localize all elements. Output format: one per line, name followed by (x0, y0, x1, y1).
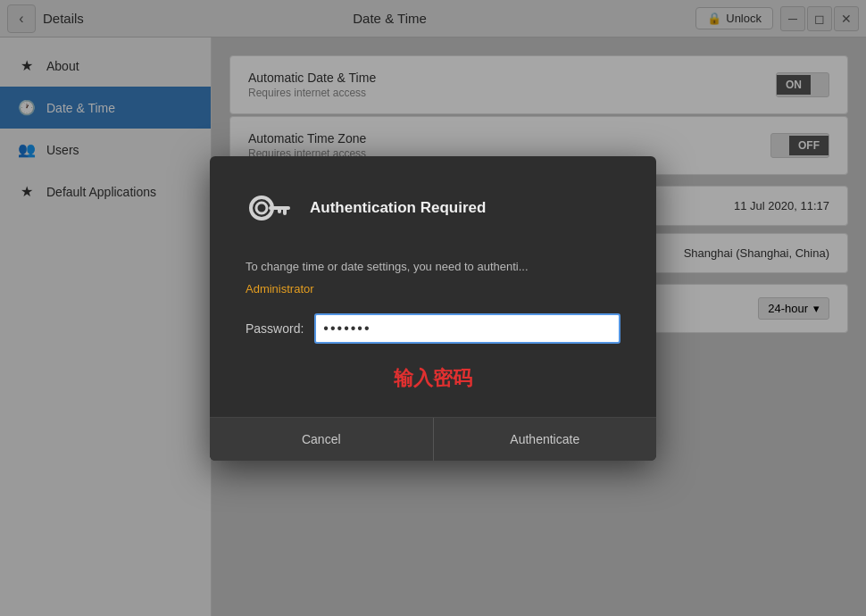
auth-password-input[interactable] (314, 313, 620, 344)
auth-dialog-body: Authentication Required To change time o… (210, 156, 656, 417)
auth-header: Authentication Required (246, 185, 620, 231)
svg-point-1 (256, 203, 267, 213)
auth-admin-label: Administrator (246, 282, 620, 296)
auth-password-row: Password: (246, 313, 620, 344)
auth-dialog-footer: Cancel Authenticate (210, 417, 656, 461)
key-svg (246, 185, 292, 231)
auth-dialog: Authentication Required To change time o… (210, 156, 656, 461)
cancel-button[interactable]: Cancel (210, 418, 434, 461)
authenticate-button[interactable]: Authenticate (434, 418, 657, 461)
dialog-overlay: Authentication Required To change time o… (0, 0, 866, 616)
auth-icon (246, 185, 292, 231)
auth-dialog-title: Authentication Required (310, 199, 486, 217)
auth-password-label: Password: (246, 321, 304, 336)
auth-chinese-hint: 输入密码 (246, 365, 620, 392)
auth-dialog-description: To change time or date settings, you nee… (246, 260, 620, 273)
